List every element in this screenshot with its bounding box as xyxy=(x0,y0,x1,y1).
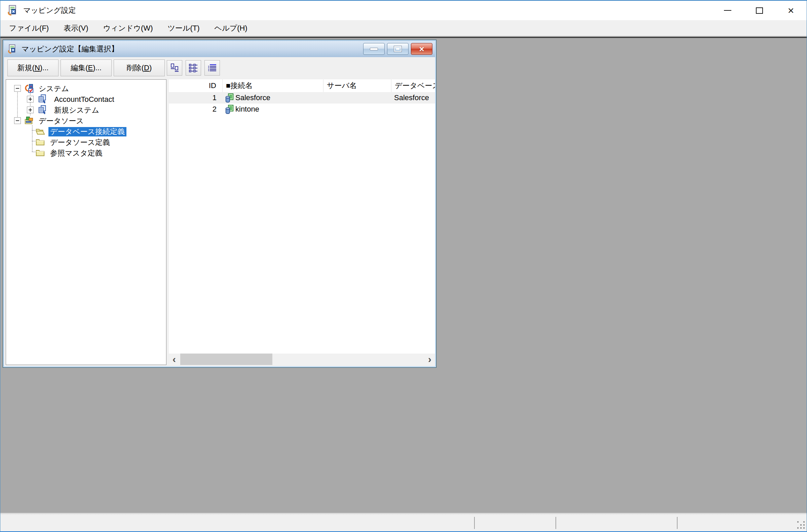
db-connection-icon xyxy=(225,104,235,114)
child-minimize-button[interactable] xyxy=(363,43,385,55)
db-connection-icon xyxy=(225,93,235,103)
window-controls: × xyxy=(712,1,807,20)
tree-item-accounttocontact[interactable]: AccountToContact xyxy=(6,94,166,104)
mdi-client-area: マッピング設定【編集選択】 × 新規(N)... 編集(E)... 削除(D) xyxy=(0,37,807,513)
main-titlebar: マッピング設定 × xyxy=(0,1,807,20)
child-titlebar[interactable]: マッピング設定【編集選択】 × xyxy=(4,41,435,57)
status-separator xyxy=(474,517,475,529)
menu-bar: ファイル(F) 表示(V) ウィンドウ(W) ツール(T) ヘルプ(H) xyxy=(0,20,807,36)
tree-item-db-connection-def[interactable]: データベース接続定義 xyxy=(6,126,166,137)
scroll-left-button[interactable]: ‹ xyxy=(169,354,180,365)
column-header-id[interactable]: ID xyxy=(169,79,223,92)
list-view-icon xyxy=(188,63,199,73)
tree-item-ref-master-def[interactable]: 参照マスタ定義 xyxy=(6,148,166,158)
mapping-doc-icon xyxy=(37,94,48,104)
status-separator xyxy=(677,517,678,529)
tree-item-label: データソース定義 xyxy=(49,138,112,147)
child-body: システム AccountToContact xyxy=(4,79,435,366)
status-separator xyxy=(556,517,556,529)
folder-open-icon xyxy=(35,126,46,136)
chevron-right-icon: › xyxy=(428,354,431,364)
tree-item-label: システム xyxy=(37,84,71,93)
collapse-icon[interactable] xyxy=(14,117,21,124)
menu-file[interactable]: ファイル(F) xyxy=(0,20,56,36)
expand-icon[interactable] xyxy=(27,96,34,102)
list-row-kintone[interactable]: 2 kintone xyxy=(169,103,435,115)
cell-server-name xyxy=(323,92,391,103)
expand-icon[interactable] xyxy=(27,107,34,113)
cell-database: Salesforce xyxy=(391,92,435,103)
tree-item-datasource-def[interactable]: データソース定義 xyxy=(6,137,166,148)
column-header-connection-name[interactable]: ■接続名 xyxy=(223,79,323,92)
close-icon: × xyxy=(419,45,424,53)
status-bar xyxy=(0,515,807,531)
tree-item-label: 参照マスタ定義 xyxy=(49,149,104,158)
connection-list: ID ■接続名 サーバ名 データベース 1 xyxy=(169,79,435,365)
tree-item-label: データベース接続定義 xyxy=(49,127,127,136)
close-icon: × xyxy=(788,5,794,16)
folder-icon xyxy=(35,148,46,158)
child-window: マッピング設定【編集選択】 × 新規(N)... 編集(E)... 削除(D) xyxy=(3,40,436,368)
details-view-button[interactable] xyxy=(204,60,220,76)
window-title: マッピング設定 xyxy=(23,5,76,16)
menu-help[interactable]: ヘルプ(H) xyxy=(207,20,255,36)
list-header: ID ■接続名 サーバ名 データベース xyxy=(169,79,435,92)
menu-tools[interactable]: ツール(T) xyxy=(160,20,207,36)
tree-item-label: 新規システム xyxy=(53,106,101,115)
child-restore-button[interactable] xyxy=(387,43,409,55)
tree-item-label: AccountToContact xyxy=(53,95,116,104)
maximize-icon xyxy=(756,7,763,14)
folder-icon xyxy=(35,137,46,147)
scroll-right-button[interactable]: › xyxy=(424,354,435,365)
list-view-button[interactable] xyxy=(186,60,201,76)
cell-id: 1 xyxy=(169,92,223,103)
menu-view[interactable]: 表示(V) xyxy=(56,20,95,36)
list-row-salesforce[interactable]: 1 Salesforce xyxy=(169,92,435,103)
icon-view-button[interactable] xyxy=(167,60,182,76)
main-window: マッピング設定 × ファイル(F) 表示(V) ウィンドウ(W) ツール(T) … xyxy=(0,0,807,532)
mapping-app-icon xyxy=(7,5,18,16)
icon-view-icon xyxy=(169,63,180,73)
menu-window[interactable]: ウィンドウ(W) xyxy=(95,20,160,36)
mapping-app-icon xyxy=(7,44,18,54)
resize-grip-icon[interactable] xyxy=(796,521,805,529)
child-toolbar: 新規(N)... 編集(E)... 削除(D) xyxy=(4,57,435,79)
cell-connection-name: Salesforce xyxy=(223,92,323,103)
restore-icon xyxy=(394,46,401,52)
system-icon xyxy=(23,83,34,93)
maximize-button[interactable] xyxy=(744,1,775,20)
close-button[interactable]: × xyxy=(775,1,807,20)
cell-id: 2 xyxy=(169,103,223,115)
definition-tree: システム AccountToContact xyxy=(6,79,166,365)
details-view-icon xyxy=(207,63,217,73)
tree-item-label: データソース xyxy=(37,116,86,126)
minimize-icon xyxy=(724,10,731,11)
child-window-title: マッピング設定【編集選択】 xyxy=(21,44,119,54)
minimize-icon xyxy=(370,48,378,51)
mapping-doc-icon xyxy=(37,105,48,115)
scrollbar-thumb[interactable] xyxy=(180,354,273,365)
delete-button[interactable]: 削除(D) xyxy=(114,59,165,76)
chevron-left-icon: ‹ xyxy=(172,354,176,364)
column-header-server-name[interactable]: サーバ名 xyxy=(323,79,391,92)
tree-item-system[interactable]: システム xyxy=(6,83,166,94)
child-close-button[interactable]: × xyxy=(411,43,432,55)
edit-button[interactable]: 編集(E)... xyxy=(60,59,112,76)
horizontal-scrollbar[interactable]: ‹ › xyxy=(169,354,435,365)
tree-item-new-system[interactable]: 新規システム xyxy=(6,104,166,115)
minimize-button[interactable] xyxy=(712,1,744,20)
tree-item-datasource[interactable]: データソース xyxy=(6,115,166,126)
child-window-controls: × xyxy=(363,43,432,55)
cell-database xyxy=(391,103,435,115)
datasource-icon xyxy=(23,116,34,126)
column-header-database[interactable]: データベース xyxy=(391,79,435,92)
cell-server-name xyxy=(323,103,391,115)
collapse-icon[interactable] xyxy=(14,85,21,92)
new-button[interactable]: 新規(N)... xyxy=(7,59,58,76)
cell-connection-name: kintone xyxy=(223,103,323,115)
